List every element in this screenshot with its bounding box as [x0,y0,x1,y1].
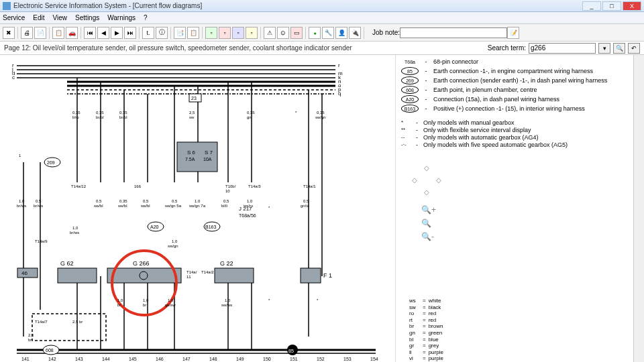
svg-text:0,35: 0,35 [119,111,127,115]
zoom-controls: 🔍+ 🔍 🔍- [421,205,436,241]
tb-next-icon[interactable]: ▶ [111,27,123,39]
svg-text:T14a/7: T14a/7 [35,320,48,324]
connector-sym: A20 [401,95,419,103]
connector-row: 608 - Earth point, in plenum chamber, ce… [401,86,639,94]
svg-text:151: 151 [290,357,298,361]
tb-user-icon[interactable]: 👤 [335,27,347,39]
svg-text:ge/sw: ge/sw [165,303,176,307]
connector-sym: 85 [401,67,419,75]
svg-text:q: q [338,90,341,97]
tb-plug-icon[interactable]: 🔌 [349,27,361,39]
tb-print2-icon[interactable]: 📄 [34,27,46,39]
zoom-out-icon[interactable]: 🔍- [421,232,436,241]
svg-text:T14a/12: T14a/12 [71,184,87,188]
job-note-input[interactable] [400,27,507,38]
tb-copy-icon[interactable]: 📑 [174,27,186,39]
tb-car-icon[interactable]: 🚗 [66,27,78,39]
menubar: Service Edit View Settings Warnings ? [0,12,644,24]
tb-g2-icon[interactable]: ▫ [219,27,231,39]
menu-warnings[interactable]: Warnings [107,14,136,21]
search-clear-icon[interactable]: ↶ [628,43,640,54]
tb-paste-icon[interactable]: 📋 [187,27,199,39]
svg-text:0,5: 0,5 [36,199,42,203]
zoom-reset-icon[interactable]: 🔍 [421,219,436,228]
search-label: Search term: [488,44,526,52]
search-go-icon[interactable]: 🔍 [613,43,625,54]
menu-edit[interactable]: Edit [33,14,44,21]
svg-text:*: * [268,298,270,302]
tb-first-icon[interactable]: ⏮ [84,27,96,39]
job-note-label: Job note: [372,29,400,36]
menu-help[interactable]: ? [144,14,148,21]
tb-rec-icon[interactable]: ▭ [290,27,303,39]
vertical-scrollbar[interactable] [633,55,644,362]
svg-text:152: 152 [317,357,325,361]
svg-text:F 1: F 1 [323,272,332,279]
nav-right-icon[interactable]: ◇ [433,174,444,185]
svg-text:145: 145 [129,357,137,361]
svg-rect-42 [301,268,321,283]
color-legend: ws=white sw=black ro=red rt=red br=brown… [409,298,445,362]
svg-text:2,5: 2,5 [28,333,34,337]
svg-text:2,5 br: 2,5 br [72,320,83,324]
tb-warn-icon[interactable]: ⚠ [264,27,276,39]
svg-text:br/bl: br/bl [119,115,127,119]
tb-leaf-icon[interactable]: ⬥ [309,27,321,39]
tb-o-icon[interactable]: ⊙ [277,27,289,39]
svg-text:T14a/: T14a/ [186,270,197,274]
svg-text:146: 146 [156,357,164,361]
app-icon [3,2,11,10]
tb-print-icon[interactable]: 🖨 [21,27,33,39]
tb-doc-icon[interactable]: 📋 [52,27,64,39]
connector-row: T68a - 68-pin connector [401,58,639,66]
tb-g3-icon[interactable]: ▫ [232,27,244,39]
svg-text:10A: 10A [203,157,212,162]
connector-row: 269 - Earth connection (sender earth) -1… [401,76,639,84]
wiring-diagram[interactable]: S 6 7.5A S 7 10A G 62 G 266 G 22 F 1 46 … [0,55,396,362]
tb-info-icon[interactable]: ⓘ [156,27,168,39]
tb-delete-icon[interactable]: ✖ [3,27,15,39]
minimize-button[interactable]: _ [582,1,601,11]
search-input[interactable] [529,43,596,54]
svg-text:154: 154 [370,357,378,361]
tb-t-icon[interactable]: t. [142,27,154,39]
nav-up-icon[interactable]: ◇ [421,162,432,173]
tb-prev-icon[interactable]: ◀ [97,27,109,39]
svg-text:br: br [28,338,32,342]
svg-text:G 22: G 22 [220,260,233,267]
menu-settings[interactable]: Settings [75,14,99,21]
menu-view[interactable]: View [53,14,68,21]
svg-text:0,5: 0,5 [303,199,309,203]
svg-rect-35 [58,268,97,283]
search-dropdown-icon[interactable]: ▾ [598,43,610,54]
svg-text:T14a/2: T14a/2 [201,270,214,274]
svg-text:0,35: 0,35 [72,111,80,115]
svg-text:li/ro: li/ro [72,115,79,119]
job-note-btn[interactable]: 📝 [507,27,519,39]
svg-text:A20: A20 [150,225,159,229]
svg-text:sw/bl: sw/bl [94,204,103,208]
svg-text:149: 149 [236,357,244,361]
svg-text:r: r [338,62,340,68]
tb-tool-icon[interactable]: 🔧 [322,27,334,39]
close-button[interactable]: X [623,1,641,11]
tb-last-icon[interactable]: ⏭ [124,27,136,39]
menu-service[interactable]: Service [3,14,25,21]
svg-text:166: 166 [134,184,142,188]
svg-text:1,0: 1,0 [247,199,253,203]
svg-text:sw/gn 7a: sw/gn 7a [189,204,206,208]
zoom-in-icon[interactable]: 🔍+ [421,205,436,215]
svg-text:bl/li: bl/li [221,204,227,208]
nav-left-icon[interactable]: ◇ [409,174,420,185]
svg-text:gn/vi: gn/vi [301,204,309,208]
svg-text:0,5: 0,5 [223,199,229,203]
svg-text:sw: sw [189,115,195,119]
svg-text:269: 269 [47,160,55,165]
tb-g1-icon[interactable]: ▫ [205,27,217,39]
svg-text:148: 148 [209,357,217,361]
svg-text:0,35: 0,35 [247,111,255,115]
tb-g4-icon[interactable]: ▫ [246,27,258,39]
maximize-button[interactable]: □ [602,1,621,11]
nav-down-icon[interactable]: ◇ [421,186,432,197]
svg-text:0,35: 0,35 [96,111,104,115]
